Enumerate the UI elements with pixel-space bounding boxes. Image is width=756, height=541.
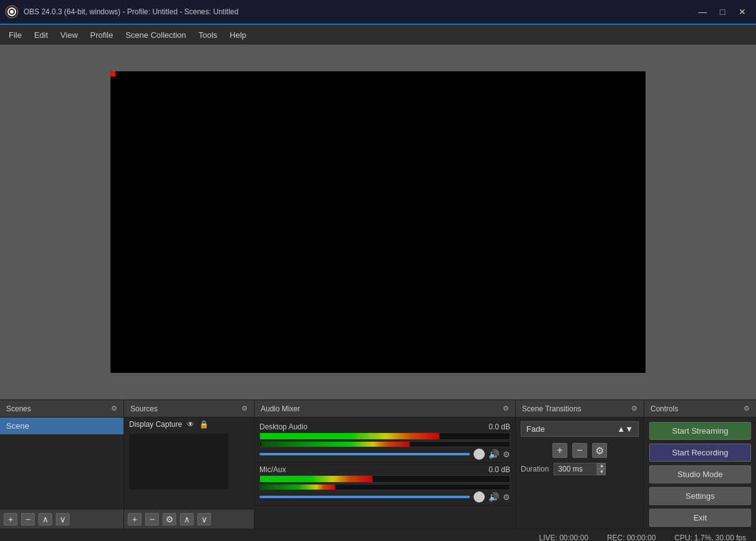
duration-up-button[interactable]: ▲ <box>597 463 606 469</box>
mic-mute-button[interactable]: 🔊 <box>488 492 499 502</box>
menu-help[interactable]: Help <box>223 28 253 42</box>
sources-add-button[interactable]: + <box>128 513 142 525</box>
sources-panel-header: Sources ⚙ <box>124 400 254 418</box>
menu-view[interactable]: View <box>54 28 84 42</box>
sources-down-button[interactable]: ∨ <box>197 513 211 525</box>
duration-label: Duration <box>521 465 549 473</box>
mic-aux-meter <box>259 475 510 483</box>
titlebar: OBS 24.0.3 (64-bit, windows) - Profile: … <box>0 0 756 25</box>
obs-logo <box>5 5 19 19</box>
desktop-meter-row2 <box>259 441 510 447</box>
desktop-volume-slider[interactable] <box>259 453 470 455</box>
close-button[interactable]: ✕ <box>734 4 751 19</box>
sources-header-icon: ⚙ <box>241 405 248 413</box>
scenes-up-button[interactable]: ∧ <box>38 513 52 525</box>
source-visible-icon[interactable]: 👁 <box>187 420 194 429</box>
mic-aux-name: Mic/Aux <box>259 465 286 474</box>
mic-meter-fill <box>260 476 372 482</box>
transition-add-button[interactable]: + <box>552 443 567 458</box>
desktop-volume-knob[interactable] <box>474 449 485 460</box>
source-label: Display Capture <box>129 420 182 429</box>
titlebar-text: OBS 24.0.3 (64-bit, windows) - Profile: … <box>24 7 694 16</box>
controls-panel-header: Controls ⚙ <box>644 400 756 418</box>
transition-remove-button[interactable]: − <box>572 443 587 458</box>
audio-header-icon: ⚙ <box>503 405 509 413</box>
mic-meter-row2 <box>259 484 510 490</box>
menu-file[interactable]: File <box>2 28 28 42</box>
mic-volume-slider[interactable] <box>259 496 470 498</box>
transitions-header-icon: ⚙ <box>631 405 637 413</box>
controls-header-icon: ⚙ <box>744 405 750 413</box>
sources-remove-button[interactable]: − <box>145 513 159 525</box>
exit-button[interactable]: Exit <box>649 509 751 527</box>
scenes-remove-button[interactable]: − <box>21 513 35 525</box>
start-streaming-button[interactable]: Start Streaming <box>649 422 751 440</box>
desktop-audio-settings[interactable]: ⚙ <box>503 450 510 459</box>
desktop-audio-channel: Desktop Audio 0.0 dB 🔊 ⚙ <box>254 420 515 463</box>
cpu-status: CPU: 1.7%, 30.00 fps <box>675 534 746 542</box>
desktop-audio-name: Desktop Audio <box>259 423 307 431</box>
settings-button[interactable]: Settings <box>649 487 751 505</box>
menu-edit[interactable]: Edit <box>28 28 54 42</box>
preview-area <box>0 45 756 400</box>
sources-panel-footer: + − ⚙ ∧ ∨ <box>124 509 254 529</box>
menubar: File Edit View Profile Scene Collection … <box>0 25 756 45</box>
sources-panel: Sources ⚙ Display Capture 👁 🔒 + − ⚙ ∧ ∨ <box>124 400 254 529</box>
minimize-button[interactable]: — <box>694 4 711 19</box>
desktop-audio-header: Desktop Audio 0.0 dB <box>259 423 510 431</box>
sources-gear-button[interactable]: ⚙ <box>163 513 176 525</box>
window-controls: — □ ✕ <box>694 4 751 19</box>
controls-header-title: Controls <box>650 405 678 413</box>
transition-select-container[interactable]: Fade ▲▼ <box>521 421 639 437</box>
mic-volume-knob[interactable] <box>474 491 485 503</box>
menu-scene-collection[interactable]: Scene Collection <box>119 28 192 42</box>
source-lock-icon[interactable]: 🔒 <box>199 420 209 429</box>
mic-aux-channel: Mic/Aux 0.0 dB 🔊 ⚙ <box>254 463 515 506</box>
scenes-panel: Scenes ⚙ Scene + − ∧ ∨ <box>0 400 124 529</box>
desktop-meter-fill2 <box>261 442 410 447</box>
duration-input-group: ▲ ▼ <box>554 463 606 475</box>
source-item[interactable]: Display Capture 👁 🔒 <box>124 418 254 431</box>
scene-transitions-panel: Scene Transitions ⚙ Fade ▲▼ + − ⚙ Durati… <box>516 400 644 529</box>
transitions-panel-header: Scene Transitions ⚙ <box>516 400 644 418</box>
source-thumbnail <box>129 434 228 490</box>
scene-item[interactable]: Scene <box>0 418 124 434</box>
controls-panel-content: Start Streaming Start Recording Studio M… <box>644 418 756 529</box>
mic-aux-db: 0.0 dB <box>488 465 510 474</box>
desktop-audio-controls: 🔊 ⚙ <box>259 449 510 460</box>
desktop-audio-meter <box>259 432 510 440</box>
desktop-audio-db: 0.0 dB <box>488 423 510 431</box>
transition-buttons-row: + − ⚙ <box>516 440 644 460</box>
scenes-add-button[interactable]: + <box>4 513 17 525</box>
statusbar: LIVE: 00:00:00 REC: 00:00:00 CPU: 1.7%, … <box>0 529 756 541</box>
studio-mode-button[interactable]: Studio Mode <box>649 465 751 483</box>
audio-mixer-panel: Audio Mixer ⚙ Desktop Audio 0.0 dB <box>254 400 516 529</box>
mic-aux-header: Mic/Aux 0.0 dB <box>259 465 510 474</box>
menu-profile[interactable]: Profile <box>84 28 119 42</box>
scenes-down-button[interactable]: ∨ <box>56 513 70 525</box>
duration-input[interactable] <box>554 463 597 475</box>
transition-dropdown-arrow: ▲▼ <box>617 424 633 434</box>
transitions-header-title: Scene Transitions <box>522 405 581 413</box>
sources-header-title: Sources <box>130 405 158 413</box>
scenes-panel-footer: + − ∧ ∨ <box>0 509 124 529</box>
mic-audio-settings[interactable]: ⚙ <box>503 493 510 502</box>
live-status: LIVE: 00:00:00 <box>539 534 588 542</box>
scenes-panel-content: Scene <box>0 418 124 509</box>
transition-gear-button[interactable]: ⚙ <box>592 443 607 458</box>
menu-tools[interactable]: Tools <box>192 28 223 42</box>
controls-panel: Controls ⚙ Start Streaming Start Recordi… <box>644 400 756 529</box>
audio-panel-header: Audio Mixer ⚙ <box>254 400 515 418</box>
scenes-header-title: Scenes <box>6 405 31 413</box>
maximize-button[interactable]: □ <box>714 4 731 19</box>
mic-meter-fill2 <box>260 485 335 490</box>
audio-header-title: Audio Mixer <box>261 405 300 413</box>
duration-down-button[interactable]: ▼ <box>597 469 606 475</box>
scenes-panel-header: Scenes ⚙ <box>0 400 124 418</box>
desktop-mute-button[interactable]: 🔊 <box>488 449 499 459</box>
start-recording-button[interactable]: Start Recording <box>649 444 751 462</box>
transitions-panel-content: Fade ▲▼ + − ⚙ Duration ▲ ▼ <box>516 418 644 529</box>
bottom-panels: Scenes ⚙ Scene + − ∧ ∨ Sources ⚙ Display… <box>0 400 756 541</box>
sources-up-button[interactable]: ∧ <box>180 513 194 525</box>
scenes-header-icon: ⚙ <box>111 405 117 413</box>
